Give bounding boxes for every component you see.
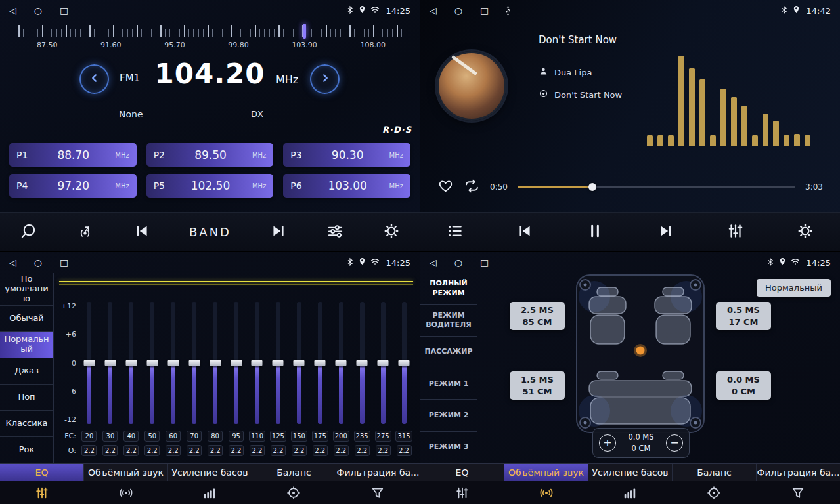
home-icon[interactable]: ○ bbox=[34, 258, 42, 267]
eq-slider-handle[interactable] bbox=[188, 360, 200, 366]
decrease-delay-button[interactable]: − bbox=[666, 434, 683, 452]
frequency-ruler[interactable] bbox=[18, 24, 403, 39]
eq-tab-icon[interactable] bbox=[420, 486, 504, 500]
eq-preset[interactable]: По умолчанию bbox=[0, 273, 53, 306]
eq-slider-handle[interactable] bbox=[231, 360, 242, 366]
eq-slider-handle[interactable] bbox=[357, 360, 368, 366]
back-icon[interactable]: ◁ bbox=[9, 6, 16, 15]
recents-icon[interactable]: □ bbox=[480, 6, 489, 15]
balance-tab-icon[interactable] bbox=[672, 486, 756, 500]
listening-mode[interactable]: РЕЖИМ 2 bbox=[420, 400, 477, 431]
filter-tab-icon[interactable] bbox=[756, 486, 840, 500]
equalizer-button[interactable] bbox=[727, 222, 744, 242]
eq-band-slider[interactable] bbox=[142, 302, 163, 424]
preset-button[interactable]: P6 103.00 MHz bbox=[283, 174, 410, 198]
listening-mode[interactable]: ПАССАЖИР bbox=[420, 337, 477, 368]
delay-rear-right[interactable]: 0.0 MS 0 CM bbox=[716, 371, 771, 400]
eq-band-slider[interactable] bbox=[372, 302, 393, 424]
settings-button[interactable] bbox=[797, 222, 814, 242]
eq-slider-handle[interactable] bbox=[104, 360, 116, 366]
preset-button[interactable]: P2 89.50 MHz bbox=[146, 143, 274, 167]
back-icon[interactable]: ◁ bbox=[9, 258, 16, 267]
back-icon[interactable]: ◁ bbox=[430, 6, 437, 15]
eq-slider-handle[interactable] bbox=[210, 360, 221, 366]
eq-band-slider[interactable] bbox=[184, 302, 205, 424]
listening-mode[interactable]: РЕЖИМ ВОДИТЕЛЯ bbox=[420, 304, 477, 336]
audio-tab[interactable]: Баланс bbox=[252, 464, 336, 481]
seek-knob[interactable] bbox=[588, 183, 596, 191]
eq-band-slider[interactable] bbox=[100, 302, 121, 424]
eq-slider-handle[interactable] bbox=[294, 360, 305, 366]
eq-preset[interactable]: Джаз bbox=[0, 358, 53, 385]
eq-slider-handle[interactable] bbox=[399, 360, 410, 366]
home-icon[interactable]: ○ bbox=[454, 6, 462, 15]
delay-front-left[interactable]: 2.5 MS 85 CM bbox=[510, 302, 565, 330]
eq-band-slider[interactable] bbox=[121, 302, 142, 424]
preset-button[interactable]: P1 88.70 MHz bbox=[9, 143, 137, 167]
band-button[interactable]: BAND bbox=[189, 225, 231, 239]
balance-tab-icon[interactable] bbox=[252, 486, 336, 500]
eq-slider-handle[interactable] bbox=[273, 360, 284, 366]
previous-station-button[interactable] bbox=[133, 222, 150, 242]
eq-band-slider[interactable] bbox=[247, 302, 268, 424]
eq-slider-handle[interactable] bbox=[336, 360, 347, 366]
eq-band-slider[interactable] bbox=[351, 302, 372, 424]
recents-icon[interactable]: □ bbox=[60, 258, 68, 267]
eq-band-slider[interactable] bbox=[267, 302, 288, 424]
favorite-button[interactable] bbox=[437, 178, 454, 196]
recents-icon[interactable]: □ bbox=[480, 258, 489, 267]
listening-mode[interactable]: РЕЖИМ 1 bbox=[420, 368, 477, 400]
preset-button[interactable]: P3 90.30 MHz bbox=[283, 143, 410, 167]
surround-tab-icon[interactable] bbox=[84, 486, 168, 500]
seek-stations-button[interactable] bbox=[76, 222, 94, 242]
eq-preset[interactable]: Рок bbox=[0, 437, 53, 463]
bass-boost-tab-icon[interactable] bbox=[588, 486, 673, 500]
audio-tab[interactable]: Фильтрация ба... bbox=[757, 464, 840, 481]
delay-rear-left[interactable]: 1.5 MS 51 CM bbox=[510, 371, 565, 400]
audio-tab[interactable]: EQ bbox=[420, 464, 504, 481]
eq-preset[interactable]: Классика bbox=[0, 411, 53, 437]
delay-front-right[interactable]: 0.5 MS 17 CM bbox=[716, 302, 771, 330]
eq-band-slider[interactable] bbox=[79, 302, 100, 424]
audio-tab[interactable]: EQ bbox=[0, 464, 84, 481]
next-station-button[interactable] bbox=[270, 222, 287, 242]
previous-track-button[interactable] bbox=[516, 222, 533, 242]
preset-button[interactable]: P5 102.50 MHz bbox=[146, 174, 274, 198]
home-icon[interactable]: ○ bbox=[454, 258, 462, 267]
eq-band-slider[interactable] bbox=[393, 302, 414, 424]
eq-slider-handle[interactable] bbox=[167, 360, 179, 366]
scan-button[interactable] bbox=[20, 222, 37, 242]
repeat-button[interactable] bbox=[464, 178, 480, 196]
eq-tab-icon[interactable] bbox=[0, 486, 84, 500]
next-track-button[interactable] bbox=[657, 222, 674, 242]
increase-delay-button[interactable]: + bbox=[599, 434, 616, 452]
bass-boost-tab-icon[interactable] bbox=[168, 486, 252, 500]
sound-preset-button[interactable]: Нормальный bbox=[757, 279, 831, 297]
eq-band-slider[interactable] bbox=[226, 302, 247, 424]
eq-band-slider[interactable] bbox=[330, 302, 351, 424]
eq-preset[interactable]: Поп bbox=[0, 385, 53, 411]
eq-slider-handle[interactable] bbox=[378, 360, 389, 366]
audio-tab[interactable]: Усиление басов bbox=[168, 464, 252, 481]
audio-tab[interactable]: Объёмный звук bbox=[504, 464, 588, 481]
home-icon[interactable]: ○ bbox=[34, 6, 42, 15]
audio-tab[interactable]: Баланс bbox=[673, 464, 757, 481]
tune-up-button[interactable] bbox=[310, 64, 340, 94]
filter-tab-icon[interactable] bbox=[336, 486, 420, 500]
audio-tab[interactable]: Усиление басов bbox=[588, 464, 673, 481]
eq-preset[interactable]: Обычай bbox=[0, 306, 53, 332]
settings-button[interactable] bbox=[383, 222, 400, 242]
pause-button[interactable] bbox=[586, 222, 604, 242]
eq-band-slider[interactable] bbox=[163, 302, 184, 424]
eq-slider-handle[interactable] bbox=[315, 360, 326, 366]
listening-mode[interactable]: ПОЛНЫЙ РЕЖИМ bbox=[420, 273, 477, 304]
eq-slider-handle[interactable] bbox=[252, 360, 263, 366]
eq-band-slider[interactable] bbox=[309, 302, 330, 424]
listening-mode[interactable]: РЕЖИМ 3 bbox=[420, 432, 477, 463]
eq-band-slider[interactable] bbox=[205, 302, 226, 424]
audio-tab[interactable]: Фильтрация ба... bbox=[336, 464, 420, 481]
eq-preset[interactable]: Нормальный bbox=[0, 332, 53, 358]
eq-slider-handle[interactable] bbox=[146, 360, 158, 366]
playlist-button[interactable] bbox=[447, 222, 464, 242]
eq-slider-handle[interactable] bbox=[83, 360, 95, 366]
